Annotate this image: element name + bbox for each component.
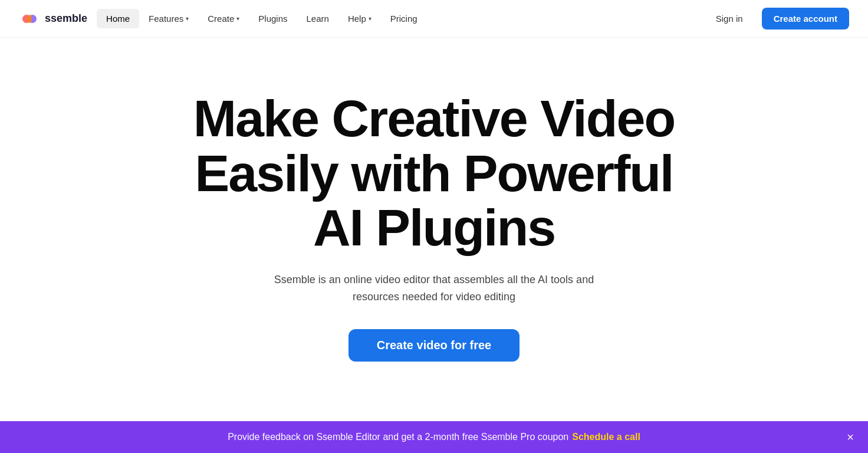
svg-point-4 [27,15,32,23]
nav-create[interactable]: Create ▾ [198,9,249,28]
ssemble-logo-icon [19,8,40,29]
navbar: ssemble Home Features ▾ Create ▾ Plugins… [0,0,868,38]
nav-left: ssemble Home Features ▾ Create ▾ Plugins… [19,8,427,29]
features-chevron-icon: ▾ [186,15,189,22]
hero-subtitle: Ssemble is an online video editor that a… [269,271,599,306]
banner-text: Provide feedback on Ssemble Editor and g… [228,432,568,442]
banner-schedule-link[interactable]: Schedule a call [572,432,640,442]
help-chevron-icon: ▾ [369,15,371,22]
nav-plugins[interactable]: Plugins [249,9,297,28]
nav-features[interactable]: Features ▾ [139,9,198,28]
create-video-button[interactable]: Create video for free [348,329,520,362]
nav-learn[interactable]: Learn [297,9,338,28]
banner-close-button[interactable]: × [847,431,854,443]
nav-pricing[interactable]: Pricing [381,9,427,28]
sign-in-button[interactable]: Sign in [704,9,755,28]
nav-help[interactable]: Help ▾ [338,9,381,28]
nav-home[interactable]: Home [97,9,139,28]
logo-text: ssemble [45,12,87,25]
nav-right: Sign in Create account [704,8,849,29]
nav-links: Home Features ▾ Create ▾ Plugins Learn H… [97,9,427,28]
hero-title: Make Creative Video Easily with Powerful… [169,91,699,255]
hero-section: Make Creative Video Easily with Powerful… [0,38,868,403]
bottom-banner: Provide feedback on Ssemble Editor and g… [0,421,868,453]
logo[interactable]: ssemble [19,8,87,29]
create-account-button[interactable]: Create account [762,8,849,29]
create-chevron-icon: ▾ [236,15,239,22]
